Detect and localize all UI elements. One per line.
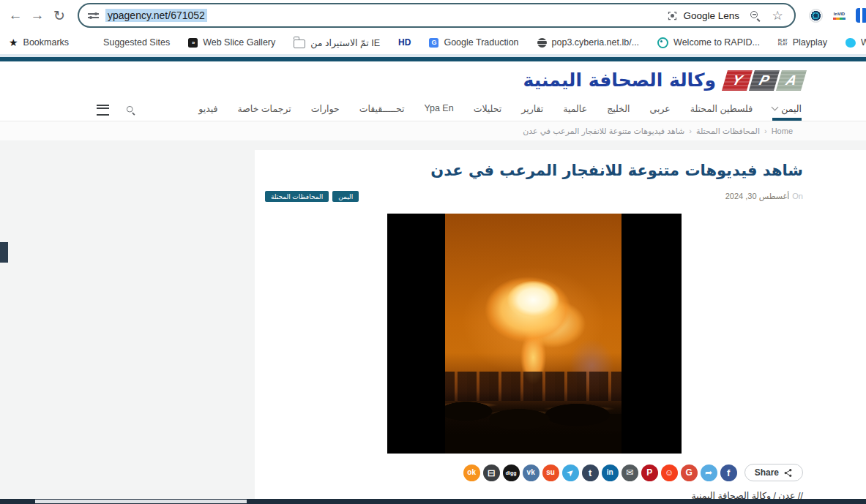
- invid-extension-icon[interactable]: InVID: [833, 12, 846, 20]
- bookmark-item[interactable]: تمّ الاستيراد من IE: [294, 37, 380, 48]
- share-button[interactable]: Share: [744, 464, 803, 481]
- page-body: شاهد فيديوهات متنوعة للانفجار المرعب في …: [0, 140, 866, 504]
- bookmark-favicon: [188, 38, 198, 48]
- social-share-button[interactable]: su: [542, 464, 559, 481]
- url-text[interactable]: ypagency.net/671052: [105, 9, 207, 22]
- url-bar[interactable]: ypagency.net/671052 Google Lens ☆: [78, 3, 796, 28]
- nav-item-label: ترجمات خاصة: [238, 103, 291, 114]
- nav-item-label: Ypa En: [425, 103, 454, 113]
- article-title: شاهد فيديوهات متنوعة للانفجار المرعب في …: [265, 162, 803, 179]
- social-share-button[interactable]: t: [582, 464, 599, 481]
- social-share-button[interactable]: ⊟: [483, 464, 500, 481]
- nav-item[interactable]: تقارير: [521, 99, 543, 121]
- bookmark-label: Welcome to RAPID...: [673, 37, 760, 48]
- breadcrumb-item[interactable]: ‹ شاهد فيديوهات متنوعة للانفجار المرعب ف…: [523, 127, 696, 136]
- nav-item-label: حوارات: [311, 103, 340, 114]
- content-card: شاهد فيديوهات متنوعة للانفجار المرعب في …: [255, 150, 866, 504]
- bookmark-item[interactable]: Web Slice Gallery: [188, 37, 275, 48]
- nav-item[interactable]: عالمية: [563, 99, 587, 121]
- social-icon-glyph: ➦: [705, 468, 712, 477]
- bookmark-star-icon[interactable]: ☆: [769, 7, 785, 23]
- zoom-out-icon[interactable]: [750, 10, 761, 21]
- social-share-button[interactable]: ok: [463, 464, 480, 481]
- bottom-scrollbar[interactable]: [0, 499, 866, 504]
- category-badge[interactable]: اليمن: [332, 191, 359, 202]
- article-meta: Onأغسطس 30, 2024 اليمنالمحافظات المحتلة: [265, 191, 803, 202]
- site-settings-icon[interactable]: [88, 10, 99, 20]
- bookmark-label: Google Traduction: [444, 37, 518, 48]
- eye-extension-icon[interactable]: [809, 9, 823, 23]
- article-date: Onأغسطس 30, 2024: [725, 192, 803, 201]
- social-share-button[interactable]: f: [720, 464, 737, 481]
- reload-button[interactable]: ↻: [48, 4, 70, 26]
- bookmark-item[interactable]: Suggested Sites: [87, 37, 170, 48]
- category-badge[interactable]: المحافظات المحتلة: [265, 191, 329, 202]
- bookmark-item[interactable]: Welcome to RAPID...: [657, 37, 760, 48]
- left-edge-tab[interactable]: [0, 242, 8, 263]
- bookmark-favicon: [87, 37, 98, 48]
- social-icon-glyph: ☺: [665, 468, 673, 477]
- bookmark-item[interactable]: WhiteBeard CM: [846, 37, 866, 48]
- bookmark-label: Playplay: [793, 37, 827, 48]
- social-icon-glyph: t: [589, 468, 591, 478]
- social-icon-glyph: su: [546, 469, 555, 476]
- forward-button[interactable]: →: [26, 4, 48, 26]
- nav-item[interactable]: عربي: [649, 99, 670, 121]
- bookmark-item[interactable]: Google Traduction: [429, 37, 518, 48]
- nav-item[interactable]: حوارات: [311, 99, 340, 121]
- social-icon-glyph: vk: [527, 469, 535, 476]
- nav-item[interactable]: اليمن: [772, 99, 802, 121]
- social-share-button[interactable]: ➤: [562, 464, 579, 481]
- bookmark-label: Suggested Sites: [103, 37, 170, 48]
- social-icon-glyph: P: [646, 468, 652, 477]
- nav-item[interactable]: Ypa En: [425, 99, 454, 121]
- search-icon[interactable]: [126, 105, 135, 115]
- breadcrumb-separator: ‹: [689, 127, 692, 135]
- bookmark-favicon: [778, 39, 788, 46]
- social-share-button[interactable]: digg: [503, 464, 520, 481]
- breadcrumb-item[interactable]: ‹ المحافظات المحتلة: [696, 127, 772, 136]
- nav-item[interactable]: فيديو: [198, 99, 217, 121]
- horizontal-scrollbar-thumb[interactable]: [35, 500, 247, 503]
- bookmark-favicon: [9, 37, 18, 48]
- bookmark-favicon: [294, 40, 305, 48]
- social-icon-glyph: ok: [467, 469, 476, 476]
- bookmark-item[interactable]: HD: [398, 37, 411, 48]
- social-share-button[interactable]: P: [641, 464, 658, 481]
- nav-item[interactable]: تحليلات: [474, 99, 502, 121]
- social-share-button[interactable]: ✉: [621, 464, 638, 481]
- article-hero-image: [387, 214, 682, 454]
- bookmark-item[interactable]: Bookmarks: [9, 37, 69, 48]
- breadcrumb-separator: ‹: [764, 127, 767, 135]
- social-share-button[interactable]: G: [681, 464, 698, 481]
- google-lens-button[interactable]: Google Lens: [667, 10, 739, 21]
- social-share-button[interactable]: ☺: [661, 464, 678, 481]
- nav-item[interactable]: الخليج: [607, 99, 630, 121]
- cut-off-extension-icon[interactable]: [856, 8, 866, 23]
- ypa-logo[interactable]: Y P A: [725, 70, 804, 91]
- browser-toolbar: ← → ↻ ypagency.net/671052 Google Lens ☆ …: [0, 0, 866, 31]
- social-share-button[interactable]: ➦: [701, 464, 717, 481]
- bookmark-item[interactable]: pop3.cyberia.net.lb/...: [537, 37, 640, 48]
- nav-item-label: عربي: [649, 103, 670, 114]
- nav-item[interactable]: ترجمات خاصة: [238, 99, 291, 121]
- bookmark-item[interactable]: Playplay: [778, 37, 827, 48]
- nav-item[interactable]: تحـــــقيقات: [359, 99, 405, 121]
- hamburger-menu-icon[interactable]: [97, 105, 109, 116]
- bookmark-favicon: [429, 38, 438, 48]
- social-share-button[interactable]: vk: [523, 464, 540, 481]
- social-icon-glyph: digg: [506, 470, 517, 475]
- bookmark-favicon: [657, 37, 668, 48]
- nav-item-label: تحليلات: [474, 103, 502, 114]
- site-name[interactable]: وكالة الصحافة اليمنية: [523, 69, 716, 91]
- social-share-button[interactable]: in: [602, 464, 619, 481]
- chevron-down-icon: [772, 104, 779, 111]
- breadcrumb-item[interactable]: Home: [772, 127, 802, 135]
- nav-item[interactable]: فلسطين المحتلة: [690, 99, 753, 121]
- date-prefix: On: [792, 192, 803, 200]
- bookmark-label: HD: [398, 37, 411, 48]
- share-nodes-icon: [783, 468, 793, 478]
- back-button[interactable]: ←: [4, 4, 26, 26]
- bookmark-favicon: [537, 38, 547, 48]
- breadcrumb-label: شاهد فيديوهات متنوعة للانفجار المرعب في …: [523, 127, 684, 136]
